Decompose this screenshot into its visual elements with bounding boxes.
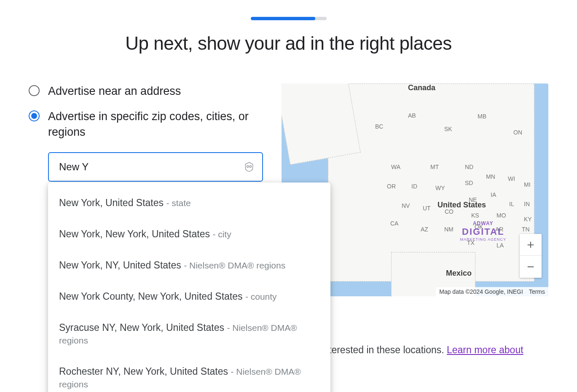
- map-label-region: IN: [524, 201, 530, 207]
- radio-option-regions[interactable]: Advertise in specific zip codes, cities,…: [29, 109, 265, 140]
- map-label-region: ID: [411, 183, 417, 190]
- map-label-region: ON: [513, 129, 522, 136]
- map-label-region: WA: [391, 164, 400, 170]
- suggestion-item[interactable]: New York, United States - state: [48, 188, 330, 219]
- map-terms-link[interactable]: Terms: [529, 288, 545, 295]
- map-label-region: UT: [423, 205, 431, 212]
- radio-icon: [29, 85, 40, 96]
- suggestion-item[interactable]: New York County, New York, United States…: [48, 281, 330, 312]
- map-label-region: MB: [478, 113, 486, 120]
- map-label-region: LA: [496, 242, 504, 249]
- svg-point-0: [247, 166, 249, 167]
- map-label-region: CO: [445, 208, 454, 215]
- map-label-region: TN: [522, 226, 530, 233]
- watermark: ADWAY DIGITAL MARKETING AGENCY: [460, 220, 506, 242]
- learn-more-link[interactable]: Learn more about: [447, 344, 523, 355]
- map-label-region: WI: [508, 175, 515, 182]
- zoom-controls: + −: [520, 234, 542, 278]
- suggestion-item[interactable]: New York, NY, United States - Nielsen® D…: [48, 250, 330, 281]
- progress-bar: [251, 17, 327, 20]
- map-label-region: OR: [387, 183, 396, 190]
- watermark-line: ADWAY: [460, 220, 506, 226]
- map-label-region: MI: [524, 181, 531, 188]
- map-label-country: Mexico: [446, 269, 472, 278]
- map-label-region: MN: [486, 173, 495, 180]
- map-label-country: Canada: [408, 83, 435, 92]
- map-label-region: MT: [430, 164, 439, 170]
- suggestion-item[interactable]: New York, New York, United States - city: [48, 219, 330, 250]
- map-label-region: MO: [496, 212, 506, 219]
- radio-label: Advertise in specific zip codes, cities,…: [48, 109, 265, 140]
- map-label-region: BC: [375, 123, 383, 130]
- zoom-out-button[interactable]: −: [520, 256, 542, 278]
- radio-icon: [29, 110, 40, 121]
- suggestions-dropdown: New York, United States - state New York…: [48, 183, 330, 392]
- map-label-region: SD: [465, 180, 473, 186]
- owl-icon: [244, 161, 255, 172]
- map-label-region: AZ: [421, 226, 428, 233]
- suggestion-item[interactable]: Rochester NY, New York, United States - …: [48, 356, 330, 392]
- location-search-input[interactable]: [48, 152, 263, 182]
- progress-fill: [251, 17, 315, 20]
- map-label-region: IA: [491, 191, 496, 198]
- radio-option-address[interactable]: Advertise near an address: [29, 83, 265, 99]
- map-label-region: SK: [444, 126, 452, 132]
- bottom-helper-text: terested in these locations. Learn more …: [329, 344, 523, 356]
- map-attribution: Map data ©2024 Google, INEGI Terms: [436, 287, 548, 296]
- radio-label: Advertise near an address: [48, 83, 181, 99]
- zoom-in-button[interactable]: +: [520, 234, 542, 256]
- map-label-region: NM: [444, 226, 454, 233]
- page-title: Up next, show your ad in the right place…: [0, 33, 577, 54]
- suggestion-item[interactable]: Syracuse NY, New York, United States - N…: [48, 312, 330, 356]
- watermark-line: MARKETING AGENCY: [460, 237, 506, 242]
- map-label-region: WY: [435, 185, 445, 191]
- map-attribution-text: Map data ©2024 Google, INEGI: [439, 288, 523, 295]
- map-label-region: ND: [465, 164, 473, 170]
- map-label-region: KS: [471, 212, 479, 219]
- svg-point-1: [250, 166, 251, 167]
- map-label-region: KY: [524, 216, 532, 223]
- map-label-region: NV: [402, 202, 410, 209]
- watermark-line: DIGITAL: [460, 226, 506, 237]
- map-label-region: CA: [390, 220, 398, 227]
- map-label-region: AB: [408, 112, 416, 119]
- map-label-region: IL: [509, 201, 514, 207]
- map-label-region: NE: [469, 196, 477, 203]
